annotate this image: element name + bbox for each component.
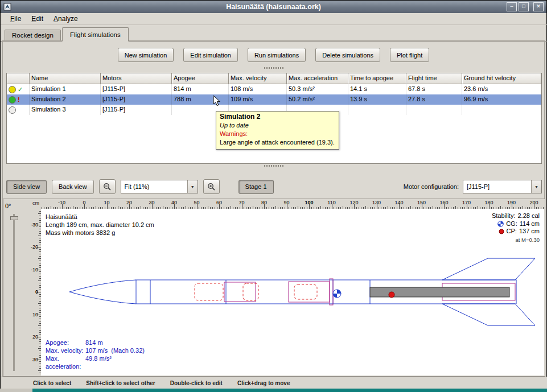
- minimize-button[interactable]: –: [507, 2, 517, 11]
- ruler-label: 0: [83, 200, 85, 205]
- maximize-button[interactable]: □: [519, 2, 529, 11]
- simulation-tooltip: Simulation 2 Up to date Warnings: Large …: [216, 111, 339, 150]
- rotation-slider-handle[interactable]: [10, 216, 18, 220]
- rotation-slider[interactable]: [13, 214, 15, 371]
- cell-ground-hit-velocity: 23.6 m/s: [462, 84, 541, 94]
- ruler-label: 70: [238, 200, 244, 205]
- motor-configuration-select[interactable]: [J115-P] ▼: [463, 180, 542, 193]
- status-ball-icon: [9, 86, 16, 93]
- column-header-name[interactable]: Name: [30, 73, 101, 84]
- close-button[interactable]: ✕: [533, 2, 544, 11]
- flight-stat-label: Max. velocity:: [46, 346, 85, 354]
- ruler-label: 30: [149, 200, 154, 205]
- sim-toolbar: New simulationEdit simulationRun simulat…: [1, 48, 546, 62]
- table-body: ✓Simulation 1[J115-P]814 m108 m/s50.3 m/…: [7, 84, 541, 115]
- edit-simulation-button[interactable]: Edit simulation: [183, 48, 238, 62]
- rocket-mass: Mass with motors 3832 g: [46, 229, 154, 237]
- stability-label: Stability:: [492, 212, 516, 220]
- splitter-grip-top[interactable]: [264, 67, 283, 69]
- flight-stat: Max. velocity:107 m/s (Mach 0.32): [46, 346, 145, 354]
- cell-max-velocity: 109 m/s: [229, 94, 287, 105]
- menu-file[interactable]: File: [5, 14, 26, 24]
- ruler-label: 80: [261, 200, 267, 205]
- ruler-label: 20: [32, 334, 38, 340]
- column-header-time-to-apogee[interactable]: Time to apogee: [348, 73, 406, 84]
- zoom-select[interactable]: Fit (11%) ▼: [121, 180, 198, 193]
- menu-analyze[interactable]: Analyze: [48, 14, 83, 24]
- status-hint: Click to select: [33, 380, 71, 386]
- stability-value: 2.28 cal: [517, 212, 540, 220]
- flight-stat-label: Max. acceleration:: [46, 354, 85, 370]
- zoom-in-button[interactable]: [203, 179, 220, 194]
- ruler-label: 170: [462, 200, 471, 205]
- status-cell: !: [7, 94, 30, 105]
- cg-value: 114 cm: [520, 220, 540, 228]
- zoom-out-icon: [103, 183, 112, 191]
- column-header-ground-hit-velocity[interactable]: Ground hit velocity: [462, 73, 541, 84]
- ruler-label: -20: [31, 244, 38, 250]
- column-header-flight-time[interactable]: Flight time: [406, 73, 462, 84]
- status-hint: Double-click to edit: [170, 380, 223, 386]
- mouse-cursor: [213, 95, 222, 108]
- status-cell: ✓: [7, 84, 30, 94]
- cell-max-acceleration: 50.3 m/s²: [287, 84, 348, 94]
- cp-marker: [389, 292, 394, 298]
- rocket-info: Haisunäätä Length 189 cm, max. diameter …: [46, 213, 154, 237]
- ruler-label: 40: [171, 200, 177, 205]
- zoom-in-icon: [207, 183, 216, 191]
- stage-1-toggle[interactable]: Stage 1: [238, 180, 274, 194]
- status-bar: Click to selectShift+click to select oth…: [1, 377, 547, 389]
- plot-flight-button[interactable]: Plot flight: [390, 48, 429, 62]
- ruler-label: 100: [305, 200, 313, 205]
- flight-stat-value: 814 m: [85, 339, 103, 346]
- splitter-grip-bottom[interactable]: [264, 165, 283, 167]
- run-simulations-button[interactable]: Run simulations: [248, 48, 306, 62]
- status-ball-icon: [9, 96, 16, 104]
- column-header-motors[interactable]: Motors: [101, 73, 172, 84]
- horizontal-ruler: -100102030405060708090100110120130140150…: [41, 200, 544, 209]
- ruler-label: 130: [372, 200, 381, 205]
- flight-stat: Max. acceleration:49.8 m/s²: [46, 354, 145, 370]
- cell-time-to-apogee: [348, 105, 406, 115]
- cell-flight-time: 67.8 s: [406, 84, 462, 94]
- column-header-status[interactable]: [7, 73, 30, 84]
- column-header-apogee[interactable]: Apogee: [172, 73, 229, 84]
- view-toolbar: Side view Back view Fit (11%) ▼ Stage 1 …: [6, 179, 542, 194]
- ruler-label: 0: [35, 289, 38, 295]
- cell-motors: [J115-P]: [101, 94, 172, 105]
- tooltip-status: Up to date: [220, 121, 335, 130]
- status-hint: Click+drag to move: [237, 380, 290, 386]
- cg-marker: [333, 290, 341, 298]
- tab-flight-simulations[interactable]: Flight simulations: [62, 27, 129, 42]
- table-row-simulation-2[interactable]: !Simulation 2[J115-P]788 m109 m/s50.2 m/…: [7, 94, 541, 105]
- cell-max-acceleration: 50.2 m/s²: [287, 94, 348, 105]
- cell-name: Simulation 2: [30, 94, 101, 105]
- ruler-unit-label: cm: [31, 200, 41, 208]
- tooltip-warning-text: Large angle of attack encountered (19.3)…: [220, 138, 335, 147]
- ruler-label: 120: [349, 200, 358, 205]
- back-view-button[interactable]: Back view: [52, 180, 94, 194]
- ruler-label: 150: [417, 200, 426, 205]
- zoom-out-button[interactable]: [99, 179, 116, 194]
- table-row-simulation-1[interactable]: ✓Simulation 1[J115-P]814 m108 m/s50.3 m/…: [7, 84, 541, 94]
- rocket-dimensions: Length 189 cm, max. diameter 10.2 cm: [46, 221, 154, 229]
- chevron-down-icon: ▼: [187, 180, 198, 193]
- desktop-corner: [0, 389, 32, 392]
- ruler-label: 90: [283, 200, 289, 205]
- column-header-max-acceleration[interactable]: Max. acceleration: [287, 73, 348, 84]
- cp-value: 137 cm: [519, 228, 540, 236]
- side-view-button[interactable]: Side view: [6, 180, 47, 194]
- menu-edit[interactable]: Edit: [26, 14, 48, 24]
- delete-simulations-button[interactable]: Delete simulations: [315, 48, 380, 62]
- cell-flight-time: [406, 105, 462, 115]
- column-header-max-velocity[interactable]: Max. velocity: [229, 73, 287, 84]
- tab-rocket-design[interactable]: Rocket design: [5, 30, 61, 41]
- status-hint: Shift+click to select other: [86, 380, 155, 386]
- flight-stat: Apogee:814 m: [46, 339, 145, 346]
- ruler-label: -10: [58, 200, 65, 205]
- rocket-canvas[interactable]: Haisunäätä Length 189 cm, max. diameter …: [41, 209, 544, 376]
- flight-stat-value: 107 m/s (Mach 0.32): [85, 346, 145, 354]
- ruler-label: 30: [32, 356, 38, 362]
- new-simulation-button[interactable]: New simulation: [118, 48, 174, 62]
- motor-configuration-value: [J115-P]: [463, 183, 531, 190]
